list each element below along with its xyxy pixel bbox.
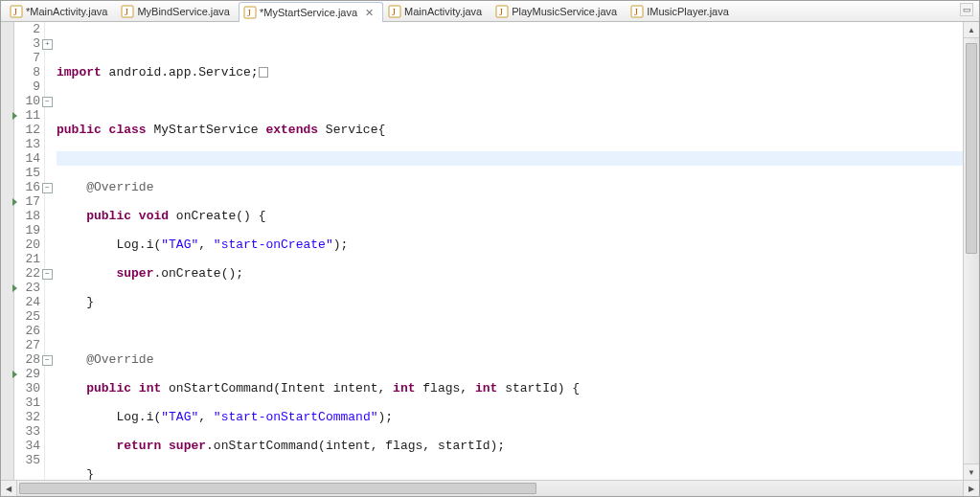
- line-number[interactable]: 33: [14, 424, 44, 439]
- line-number[interactable]: 15: [14, 166, 44, 180]
- line-number[interactable]: 3: [14, 36, 44, 51]
- line-number[interactable]: 34: [14, 439, 44, 453]
- scroll-down-button[interactable]: ▼: [964, 463, 979, 480]
- tab-label: *MainActivity.java: [26, 6, 107, 17]
- tab-mystartservice-modified[interactable]: J *MyStartService.java ✕: [239, 2, 383, 22]
- svg-text:J: J: [125, 7, 128, 17]
- scroll-thumb[interactable]: [19, 483, 536, 494]
- vertical-scrollbar[interactable]: ▲ ▼: [963, 22, 979, 480]
- java-file-icon: J: [388, 5, 401, 18]
- tab-label: MainActivity.java: [404, 6, 482, 17]
- tab-label: PlayMusicService.java: [512, 6, 617, 17]
- java-file-icon: J: [121, 5, 134, 18]
- line-number[interactable]: 29: [14, 367, 44, 381]
- line-number[interactable]: 11: [14, 108, 44, 123]
- line-number[interactable]: 35: [14, 453, 44, 467]
- tab-label: MyBindService.java: [137, 6, 230, 17]
- line-number[interactable]: 20: [14, 237, 44, 252]
- tab-mainactivity-modified[interactable]: J *MainActivity.java: [5, 1, 116, 21]
- line-number[interactable]: 24: [14, 295, 44, 309]
- svg-text:J: J: [392, 7, 396, 17]
- line-number[interactable]: 10: [14, 94, 44, 108]
- line-number[interactable]: 32: [14, 410, 44, 424]
- line-number[interactable]: 7: [14, 51, 44, 65]
- java-file-icon: J: [630, 5, 644, 18]
- horizontal-scrollbar[interactable]: ◀ ▶: [1, 480, 979, 496]
- line-number[interactable]: 31: [14, 395, 44, 410]
- java-file-icon: J: [495, 5, 509, 18]
- line-number[interactable]: 8: [14, 65, 44, 79]
- java-file-icon: J: [243, 6, 257, 19]
- line-number[interactable]: 9: [14, 79, 44, 94]
- line-number[interactable]: 25: [14, 309, 44, 324]
- editor-area: 2378910111213141516171819202122232425262…: [1, 22, 979, 480]
- scroll-right-button[interactable]: ▶: [963, 481, 979, 496]
- java-file-icon: J: [10, 5, 23, 18]
- line-number-gutter[interactable]: 2378910111213141516171819202122232425262…: [14, 22, 45, 480]
- line-number[interactable]: 16: [14, 180, 44, 194]
- line-number[interactable]: 26: [14, 324, 44, 338]
- line-number[interactable]: 23: [14, 281, 44, 295]
- minimize-view-button[interactable]: ▭: [960, 3, 973, 16]
- line-number[interactable]: 18: [14, 209, 44, 223]
- svg-text:J: J: [634, 7, 638, 17]
- editor-tab-bar: J *MainActivity.java J MyBindService.jav…: [1, 1, 979, 22]
- svg-text:J: J: [247, 8, 251, 18]
- code-editor[interactable]: import android.app.Service; public class…: [45, 22, 963, 480]
- line-number[interactable]: 28: [14, 352, 44, 367]
- line-number[interactable]: 19: [14, 223, 44, 237]
- tab-mainactivity[interactable]: J MainActivity.java: [383, 1, 490, 21]
- svg-text:J: J: [13, 7, 17, 17]
- line-number[interactable]: 17: [14, 194, 44, 209]
- scroll-thumb[interactable]: [966, 43, 977, 254]
- tab-label: *MyStartService.java: [260, 7, 357, 18]
- overview-ruler[interactable]: [1, 22, 14, 480]
- scroll-up-button[interactable]: ▲: [964, 22, 979, 38]
- svg-text:J: J: [499, 7, 503, 17]
- line-number[interactable]: 13: [14, 137, 44, 151]
- line-number[interactable]: 2: [14, 22, 44, 36]
- line-number[interactable]: 12: [14, 123, 44, 137]
- scroll-left-button[interactable]: ◀: [1, 481, 17, 496]
- line-number[interactable]: 27: [14, 338, 44, 352]
- tab-imusicplayer[interactable]: J IMusicPlayer.java: [626, 1, 738, 21]
- tab-mybindservice[interactable]: J MyBindService.java: [116, 1, 239, 21]
- line-number[interactable]: 22: [14, 266, 44, 281]
- tab-playmusicservice[interactable]: J PlayMusicService.java: [490, 1, 626, 21]
- line-number[interactable]: 21: [14, 252, 44, 266]
- line-number[interactable]: 30: [14, 381, 44, 395]
- close-icon[interactable]: ✕: [363, 7, 375, 18]
- tab-label: IMusicPlayer.java: [647, 6, 729, 17]
- line-number[interactable]: 14: [14, 151, 44, 166]
